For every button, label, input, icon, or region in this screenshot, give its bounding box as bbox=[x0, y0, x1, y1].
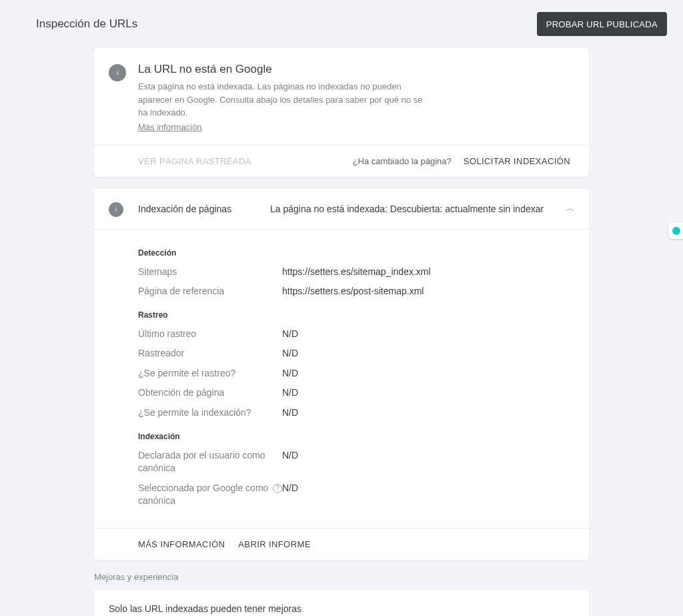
open-report-button[interactable]: ABRIR INFORME bbox=[238, 539, 310, 549]
kv-row: ¿Se permite el rastreo? N/D bbox=[138, 367, 570, 380]
indexing-section-toggle[interactable]: Indexación de páginas La página no está … bbox=[94, 189, 589, 230]
info-icon bbox=[109, 202, 123, 217]
enhancements-label: Mejoras y experiencia bbox=[94, 572, 589, 582]
kv-label: Último rastreo bbox=[138, 328, 282, 341]
kv-label-text: Seleccionada por Google como canónica bbox=[138, 482, 269, 508]
kv-label: ¿Se permite el rastreo? bbox=[138, 367, 282, 380]
kv-row: ¿Se permite la indexación? N/D bbox=[138, 406, 570, 420]
kv-value: N/D bbox=[282, 449, 298, 475]
kv-value: N/D bbox=[282, 347, 298, 360]
kv-value: N/D bbox=[282, 367, 298, 380]
status-heading: La URL no está en Google bbox=[138, 63, 432, 76]
kv-row: Sitemaps https://setters.es/sitemap_inde… bbox=[138, 266, 570, 279]
page-changed-label: ¿Ha cambiado la página? bbox=[353, 156, 452, 166]
kv-label: Sitemaps bbox=[138, 266, 282, 279]
kv-value: N/D bbox=[282, 482, 298, 508]
page-title: Inspección de URLs bbox=[36, 17, 137, 31]
chat-widget-icon[interactable] bbox=[668, 223, 683, 239]
kv-value: https://setters.es/sitemap_index.xml bbox=[282, 266, 431, 279]
chevron-up-icon: ︿ bbox=[566, 203, 574, 214]
test-live-url-button[interactable]: PROBAR URL PUBLICADA bbox=[537, 12, 667, 36]
view-crawled-page-link: VER PÁGINA RASTREADA bbox=[138, 156, 251, 166]
help-icon[interactable]: ? bbox=[273, 484, 282, 493]
request-indexing-button[interactable]: SOLICITAR INDEXACIÓN bbox=[464, 156, 570, 166]
kv-row: Seleccionada por Google como canónica ? … bbox=[138, 482, 570, 508]
indexing-section-title: Indexación de páginas bbox=[138, 204, 270, 214]
kv-row: Página de referencia https://setters.es/… bbox=[138, 285, 570, 298]
kv-row: Obtención de página N/D bbox=[138, 386, 570, 400]
kv-value: N/D bbox=[282, 328, 298, 341]
enhancements-message: Solo las URL indexadas pueden tener mejo… bbox=[94, 590, 589, 616]
enhancements-card: Solo las URL indexadas pueden tener mejo… bbox=[94, 590, 589, 616]
detection-subhead: Detección bbox=[138, 248, 570, 258]
crawl-subhead: Rastreo bbox=[138, 310, 570, 320]
kv-value: N/D bbox=[282, 386, 298, 400]
kv-label: Seleccionada por Google como canónica ? bbox=[138, 482, 282, 508]
more-info-link[interactable]: Más información bbox=[138, 122, 201, 132]
indexing-section-status: La página no está indexada: Descubierta:… bbox=[270, 204, 566, 214]
kv-label: Obtención de página bbox=[138, 386, 282, 400]
indexing-card: Indexación de páginas La página no está … bbox=[94, 189, 589, 561]
kv-row: Declarada por el usuario como canónica N… bbox=[138, 449, 570, 475]
kv-row: Último rastreo N/D bbox=[138, 328, 570, 341]
kv-value: N/D bbox=[282, 406, 298, 420]
more-info-button[interactable]: MÁS INFORMACIÓN bbox=[138, 539, 225, 549]
index-subhead: Indexación bbox=[138, 432, 570, 441]
status-description: Esta página no está indexada. Las página… bbox=[138, 80, 432, 119]
kv-label: Página de referencia bbox=[138, 285, 282, 298]
kv-label-text: Declarada por el usuario como canónica bbox=[138, 449, 282, 475]
kv-row: Rastreador N/D bbox=[138, 347, 570, 360]
kv-label: ¿Se permite la indexación? bbox=[138, 406, 282, 420]
page-header: Inspección de URLs PROBAR URL PUBLICADA bbox=[0, 0, 683, 48]
kv-label: Rastreador bbox=[138, 347, 282, 360]
kv-label: Declarada por el usuario como canónica bbox=[138, 449, 282, 475]
info-icon bbox=[109, 64, 126, 81]
kv-value: https://setters.es/post-sitemap.xml bbox=[282, 285, 424, 298]
status-card: La URL no está en Google Esta página no … bbox=[94, 48, 589, 177]
